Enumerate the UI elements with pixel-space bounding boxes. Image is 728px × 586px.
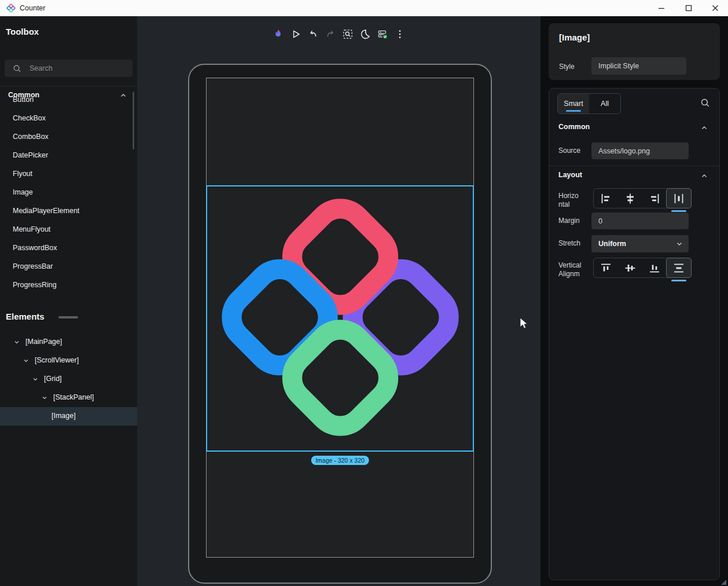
chevron-down-icon bbox=[676, 240, 683, 247]
stretch-label: Stretch bbox=[558, 239, 580, 248]
toolbox-title: Toolbox bbox=[6, 27, 39, 36]
elements-title: Elements bbox=[6, 312, 45, 321]
divider bbox=[549, 166, 719, 166]
image-element-selected[interactable] bbox=[206, 185, 474, 452]
margin-input[interactable]: 0 bbox=[591, 213, 689, 229]
style-input[interactable]: Implicit Style bbox=[591, 57, 686, 75]
inspect-zoom-icon[interactable] bbox=[340, 27, 355, 42]
selected-element-title: [Image] bbox=[559, 32, 590, 42]
toolbox-item-mediaplayer[interactable]: MediaPlayerElement bbox=[0, 202, 137, 220]
hot-reload-flame-icon[interactable] bbox=[271, 27, 286, 42]
toolbox-item-datepicker[interactable]: DatePicker bbox=[0, 146, 137, 164]
design-canvas[interactable]: Image - 320 x 320 bbox=[137, 16, 541, 586]
tree-item-image-selected[interactable]: [Image] bbox=[0, 407, 137, 426]
horizontal-alignment-group bbox=[593, 188, 692, 208]
alignment-selected-indicator bbox=[671, 280, 686, 281]
window-title: Counter bbox=[20, 4, 45, 12]
app-logo-icon bbox=[6, 3, 16, 13]
chevron-down-icon[interactable] bbox=[14, 339, 20, 345]
margin-label: Margin bbox=[558, 217, 580, 225]
properties-card: Smart All Common Source Assets/logo.png bbox=[549, 88, 720, 580]
app-window: Counter Toolbox Search Common Butto bbox=[0, 0, 728, 586]
canvas-toolbar bbox=[271, 27, 407, 42]
toolbox-item-menuflyout[interactable]: MenuFlyout bbox=[0, 220, 137, 239]
toolbox-search-input[interactable]: Search bbox=[5, 60, 133, 77]
design-page-root[interactable]: Image - 320 x 320 bbox=[206, 78, 474, 558]
toolbox-item-progressring[interactable]: ProgressRing bbox=[0, 276, 137, 294]
uno-logo-image bbox=[208, 185, 472, 449]
chevron-up-icon bbox=[701, 173, 708, 180]
align-horizontal-center-icon[interactable] bbox=[618, 189, 642, 208]
undo-icon[interactable] bbox=[306, 27, 321, 42]
redo-icon[interactable] bbox=[323, 27, 338, 42]
align-vertical-stretch-icon[interactable] bbox=[666, 258, 692, 278]
align-vertical-bottom-icon[interactable] bbox=[642, 258, 667, 277]
tab-smart[interactable]: Smart bbox=[558, 94, 589, 113]
chevron-down-icon[interactable] bbox=[42, 395, 47, 401]
property-tabs: Smart All bbox=[557, 93, 621, 114]
alignment-selected-indicator bbox=[671, 210, 686, 212]
toolbox-item-button[interactable]: Button bbox=[0, 90, 137, 109]
selection-size-badge: Image - 320 x 320 bbox=[311, 456, 369, 465]
properties-search-icon[interactable] bbox=[700, 98, 710, 108]
title-bar: Counter bbox=[0, 0, 728, 16]
toolbox-item-image[interactable]: Image bbox=[0, 183, 137, 202]
source-label: Source bbox=[558, 146, 580, 155]
mouse-cursor bbox=[520, 318, 531, 331]
tree-item-scrollviewer[interactable]: [ScrollViewer] bbox=[0, 351, 137, 370]
play-icon[interactable] bbox=[288, 27, 303, 42]
style-label: Style bbox=[559, 63, 575, 71]
left-sidebar: Toolbox Search Common Button CheckBox Co… bbox=[0, 16, 137, 586]
tab-all[interactable]: All bbox=[589, 94, 620, 113]
align-vertical-center-icon[interactable] bbox=[618, 258, 642, 277]
toolbox-item-passwordbox[interactable]: PasswordBox bbox=[0, 239, 137, 257]
stretch-select[interactable]: Uniform bbox=[591, 235, 689, 252]
toolbox-item-checkbox[interactable]: CheckBox bbox=[0, 109, 137, 127]
align-horizontal-stretch-icon[interactable] bbox=[666, 188, 692, 208]
theme-moon-icon[interactable] bbox=[358, 27, 373, 42]
horizontal-alignment-label: Horizo ntal bbox=[558, 192, 579, 209]
vertical-alignment-group bbox=[593, 258, 692, 278]
search-placeholder: Search bbox=[30, 64, 53, 72]
align-horizontal-left-icon[interactable] bbox=[594, 189, 618, 208]
chevron-down-icon[interactable] bbox=[32, 376, 38, 382]
align-vertical-top-icon[interactable] bbox=[594, 258, 618, 277]
panel-splitter-handle[interactable] bbox=[58, 316, 78, 318]
selected-element-card: [Image] Style Implicit Style bbox=[549, 23, 720, 80]
toolbox-item-flyout[interactable]: Flyout bbox=[0, 164, 137, 183]
section-layout[interactable]: Layout bbox=[549, 169, 719, 183]
resize-grip[interactable] bbox=[720, 579, 727, 585]
toolbox-item-combobox[interactable]: ComboBox bbox=[0, 127, 137, 146]
divider bbox=[0, 86, 137, 86]
deploy-status-icon[interactable] bbox=[375, 27, 390, 42]
search-icon bbox=[13, 64, 21, 73]
more-icon[interactable] bbox=[392, 27, 407, 42]
tab-selected-indicator bbox=[566, 110, 581, 112]
vertical-alignment-label: Vertical Alignm bbox=[558, 261, 581, 279]
section-common[interactable]: Common bbox=[549, 121, 719, 135]
toolbox-item-progressbar[interactable]: ProgressBar bbox=[0, 257, 137, 276]
device-frame: Image - 320 x 320 bbox=[188, 64, 492, 584]
chevron-up-icon bbox=[701, 124, 708, 131]
close-button[interactable] bbox=[702, 0, 728, 16]
properties-panel: [Image] Style Implicit Style Smart All C… bbox=[541, 16, 728, 586]
tree-item-stackpanel[interactable]: [StackPanel] bbox=[0, 389, 137, 407]
tree-item-grid[interactable]: [Grid] bbox=[0, 370, 137, 389]
align-horizontal-right-icon[interactable] bbox=[642, 189, 667, 208]
chevron-down-icon[interactable] bbox=[23, 358, 29, 364]
source-input[interactable]: Assets/logo.png bbox=[591, 142, 689, 159]
tree-item-mainpage[interactable]: [MainPage] bbox=[0, 333, 137, 351]
maximize-button[interactable] bbox=[675, 0, 701, 16]
minimize-button[interactable] bbox=[648, 0, 674, 16]
toolbox-scrollbar[interactable] bbox=[133, 91, 134, 149]
